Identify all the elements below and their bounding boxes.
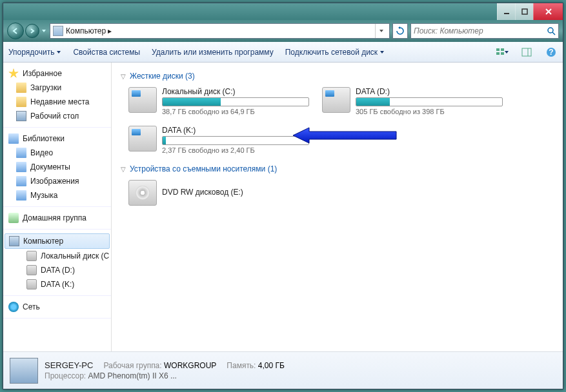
video-icon [16,148,26,158]
content-pane: ▽Жесткие диски (3) Локальный диск (C:) 3… [112,63,563,351]
sidebar-item-drive-d[interactable]: DATA (D:) [3,263,111,277]
svg-rect-8 [496,52,500,55]
explorer-window: Компьютер ▸ Упорядочить Свойства системы… [3,3,563,389]
svg-rect-6 [496,48,500,51]
address-bar[interactable]: Компьютер ▸ [50,23,390,39]
svg-text:?: ? [549,48,553,57]
homegroup-header[interactable]: Домашняя группа [3,211,111,225]
map-network-drive-button[interactable]: Подключить сетевой диск [285,48,385,57]
folder-icon [16,97,26,107]
svg-line-5 [552,32,555,35]
removable-section[interactable]: ▽Устройства со съемными носителями (1) [121,164,554,173]
desktop-icon [16,111,26,121]
homegroup-icon [8,213,19,223]
dvd-icon [128,180,157,206]
search-box[interactable] [410,23,559,39]
sidebar-item-pictures[interactable]: Изображения [3,174,111,188]
computer-icon [9,236,19,246]
collapse-icon: ▽ [121,73,126,80]
back-button[interactable] [7,23,24,39]
svg-rect-9 [501,52,504,55]
history-dropdown-icon[interactable] [41,28,47,34]
hdd-icon [128,87,157,113]
sidebar-item-desktop[interactable]: Рабочий стол [3,109,111,123]
usage-bar [162,136,309,145]
computer-icon [53,26,63,36]
svg-point-4 [548,28,553,33]
window-controls [497,3,563,20]
computer-header[interactable]: Компьютер [5,233,110,249]
command-bar: Упорядочить Свойства системы Удалить или… [3,42,563,63]
network-icon [8,302,19,312]
svg-rect-10 [522,48,531,56]
drive-item-k[interactable]: DATA (K:) 2,37 ГБ свободно из 2,40 ГБ [128,126,309,154]
view-options-button[interactable] [496,46,509,59]
svg-rect-7 [501,48,504,51]
drive-icon [26,279,37,289]
breadcrumb[interactable]: Компьютер ▸ [66,26,372,35]
search-input[interactable] [414,26,547,35]
collapse-icon: ▽ [121,166,126,173]
sidebar-item-recent[interactable]: Недавние места [3,95,111,109]
hard-drives-section[interactable]: ▽Жесткие диски (3) [121,72,554,81]
favorites-header[interactable]: Избранное [3,66,111,81]
drive-item-dvd[interactable]: DVD RW дисковод (E:) [128,180,309,206]
navigation-bar: Компьютер ▸ [3,20,563,42]
picture-icon [16,176,26,186]
sidebar-item-downloads[interactable]: Загрузки [3,81,111,95]
library-icon [8,133,19,144]
usage-bar [356,97,503,106]
document-icon [16,162,26,172]
help-button[interactable]: ? [545,46,558,59]
uninstall-program-button[interactable]: Удалить или изменить программу [152,48,274,57]
music-icon [16,190,26,201]
preview-pane-button[interactable] [520,46,533,59]
hdd-icon [322,87,350,113]
title-bar [3,3,563,20]
drive-item-c[interactable]: Локальный диск (C:) 38,7 ГБ свободно из … [128,87,309,115]
details-pane: SERGEY-PC Рабочая группа: WORKGROUP Памя… [3,351,563,389]
refresh-button[interactable] [392,23,408,39]
network-header[interactable]: Сеть [3,300,111,314]
drive-icon [26,265,37,275]
sidebar-item-documents[interactable]: Документы [3,160,111,174]
annotation-arrow-icon [290,126,399,145]
computer-large-icon [10,358,38,384]
star-icon [8,68,19,79]
svg-rect-1 [522,9,527,14]
usage-bar [162,97,309,106]
navigation-pane: Избранное Загрузки Недавние места Рабочи… [3,63,112,351]
folder-icon [16,83,26,93]
search-icon [547,26,556,35]
maximize-button[interactable] [515,3,533,20]
organize-menu[interactable]: Упорядочить [8,48,61,57]
sidebar-item-videos[interactable]: Видео [3,146,111,160]
drive-icon [26,251,37,261]
address-dropdown-icon[interactable] [375,24,387,38]
drive-item-d[interactable]: DATA (D:) 305 ГБ свободно из 398 ГБ [322,87,503,115]
forward-button[interactable] [25,24,39,38]
computer-name: SERGEY-PC [45,360,93,370]
minimize-button[interactable] [497,3,515,20]
sidebar-item-drive-c[interactable]: Локальный диск (C [3,249,111,263]
hdd-icon [128,126,157,152]
close-button[interactable] [533,3,563,20]
libraries-header[interactable]: Библиотеки [3,132,111,146]
sidebar-item-music[interactable]: Музыка [3,188,111,202]
sidebar-item-drive-k[interactable]: DATA (K:) [3,277,111,291]
system-properties-button[interactable]: Свойства системы [73,48,140,57]
